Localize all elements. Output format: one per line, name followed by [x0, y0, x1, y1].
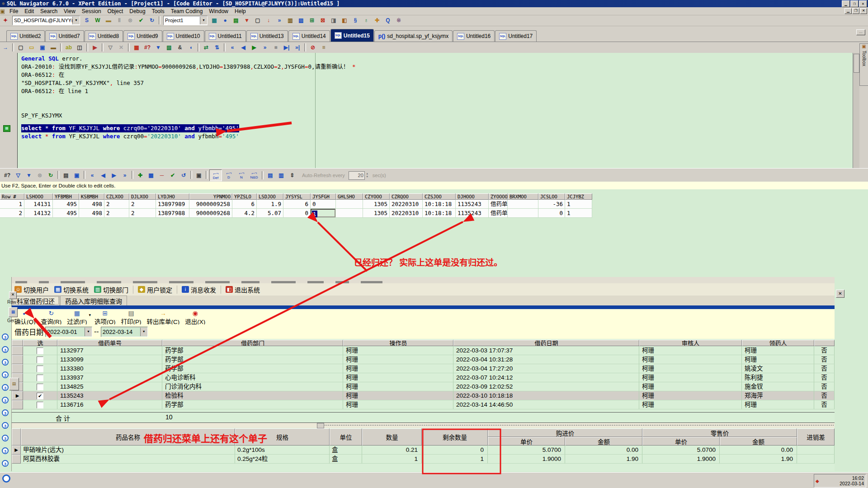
detail-cell[interactable] — [797, 446, 835, 455]
row-checkbox[interactable] — [37, 357, 43, 363]
session-browser-icon[interactable]: ● — [220, 16, 230, 25]
sort-icon[interactable]: ⇅ — [212, 42, 222, 52]
row-checkbox[interactable] — [37, 347, 43, 354]
list-cell-auditor[interactable]: 柯珊 — [639, 382, 742, 391]
list-cell-date[interactable]: 2022-03-04 17:27:20 — [453, 364, 639, 373]
list-cell-op[interactable]: 柯珊 — [343, 364, 453, 373]
project-combobox[interactable]: Project1 ▼ — [163, 16, 208, 25]
list-cell-date[interactable]: 2022-03-10 10:18:18 — [453, 391, 639, 400]
detail-column-header[interactable]: 金额 — [565, 437, 642, 446]
print-grid-icon[interactable]: ▤ — [61, 171, 71, 180]
menu-item-session[interactable]: Session — [79, 8, 104, 15]
tab-untitled13[interactable]: SQLUntitled13 — [246, 30, 288, 42]
mode-button-n[interactable]: ⌐·¬N — [236, 169, 247, 180]
detail-column-header[interactable]: 单位 — [330, 428, 362, 446]
list-column-header[interactable]: 审核人 — [639, 340, 742, 346]
tray-icon[interactable]: ◆ — [814, 479, 819, 483]
table-icon[interactable]: ▨ — [296, 16, 306, 25]
session-badge-icon[interactable]: 3 — [2, 460, 9, 467]
grid-cell[interactable]: 10:18:18 — [423, 209, 456, 218]
list-cell-auditor[interactable]: 柯珊 — [639, 355, 742, 364]
doc-swap-icon[interactable]: ⇄ — [201, 42, 211, 52]
grid-cell[interactable]: 1135243 — [456, 209, 489, 218]
grid-cell[interactable]: 1305 — [363, 209, 390, 218]
quote-icon[interactable]: » — [274, 16, 284, 25]
hospital-tab-borrow-return[interactable]: 科室借药归还 — [12, 296, 60, 305]
panel-grid-icon[interactable]: ▦ — [9, 307, 18, 317]
find-objects-icon[interactable]: ※ — [394, 16, 404, 25]
grid-cell[interactable]: 2 — [104, 209, 129, 218]
menu-item-object[interactable]: Object — [104, 8, 127, 15]
open-file-icon[interactable]: ▭ — [27, 42, 37, 52]
insert-row-icon[interactable]: ✚ — [135, 171, 145, 180]
grid-view-icon[interactable]: ▤ — [265, 171, 275, 180]
filter-down-icon[interactable]: ▽ — [13, 171, 23, 180]
grid-column-header-ypnmoo[interactable]: YPNMOO — [189, 193, 232, 200]
columns-icon[interactable]: ◫ — [75, 42, 85, 52]
scrollbar-thumb[interactable] — [317, 423, 324, 428]
detail-cell[interactable]: 1 — [422, 455, 488, 464]
session-badge-icon[interactable]: 3 — [2, 333, 9, 340]
grid-cell[interactable]: 4.2 — [232, 209, 257, 218]
list-cell-receiver[interactable]: 郑海萍 — [742, 391, 814, 400]
list-cell-checked[interactable] — [23, 400, 57, 409]
filter-button[interactable]: ▦过滤(F) — [67, 310, 87, 326]
edit-grid-icon[interactable]: ▦ — [146, 171, 156, 180]
next-row-icon[interactable]: ▶ — [109, 171, 119, 180]
output-icon[interactable]: ▤ — [231, 16, 241, 25]
list-cell-dept[interactable]: 检验科 — [162, 391, 343, 400]
detail-cell[interactable]: 0 — [422, 446, 488, 455]
list-cell-auditor[interactable]: 柯珊 — [639, 391, 742, 400]
grid-cell[interactable]: 借药单 — [489, 200, 508, 209]
grid-cell[interactable]: 5.07 — [257, 209, 283, 218]
fit-rows-icon[interactable]: ⇕ — [287, 171, 297, 180]
options-button[interactable]: ⊞选项(O) — [94, 310, 116, 326]
grid-cell[interactable]: 495 — [53, 209, 79, 218]
minimize-button[interactable]: ▁ — [842, 0, 850, 7]
list-cell-dept[interactable]: 药学部 — [162, 346, 343, 355]
grid-cell[interactable] — [336, 200, 363, 209]
no-entry-icon[interactable]: ⊘ — [308, 42, 318, 52]
panel-close-icon[interactable]: ✕ — [9, 291, 17, 299]
menu-item-view[interactable]: View — [61, 8, 79, 15]
session-badge-icon[interactable]: 3 — [2, 435, 9, 441]
save-icon[interactable]: ▣ — [38, 42, 47, 52]
grid-cell[interactable]: 0 — [538, 209, 565, 218]
tab-untitled11[interactable]: SQLUntitled11 — [205, 30, 246, 42]
first-row-icon[interactable]: « — [87, 171, 97, 180]
menu-item-search[interactable]: Search — [37, 8, 61, 15]
list-cell-no[interactable]: 1136716 — [57, 400, 162, 409]
grid-cell[interactable]: 9000009268 — [189, 209, 232, 218]
grid-column-header-zyoooo[interactable]: ZYOOOO — [489, 193, 508, 200]
list-cell-op[interactable]: 柯珊 — [343, 382, 453, 391]
list-cell-no[interactable]: 1132977 — [57, 346, 162, 355]
delete-row-icon[interactable]: ─ — [157, 171, 167, 180]
list-cell-checked[interactable] — [23, 364, 57, 373]
session-badge-icon[interactable]: 3 — [2, 409, 9, 416]
mode-button-d[interactable]: ⌐·¬D — [223, 169, 235, 180]
list-cell-no[interactable]: 1133380 — [57, 364, 162, 373]
list-cell-flag[interactable]: 否 — [814, 382, 835, 391]
form-view-icon[interactable]: ▥ — [276, 171, 286, 180]
tab-sd_hospital.sp_yf_ksjymx[interactable]: p()sd_hospital.sp_yf_ksjymx — [374, 30, 453, 42]
grid-cell[interactable]: 14131 — [24, 200, 53, 209]
close-grid-icon[interactable]: ⊠ — [318, 16, 328, 25]
notepad-icon[interactable]: ▢ — [253, 16, 263, 25]
list-column-header[interactable]: 借药部门 — [162, 340, 343, 346]
filter-dropdown-icon[interactable]: ▾ — [89, 313, 91, 317]
tab-untitled8[interactable]: SQLUntitled8 — [85, 30, 123, 42]
grid-cell[interactable]: 1 — [0, 200, 24, 209]
reload-icon[interactable]: ↻ — [147, 16, 157, 25]
date-to-combobox[interactable]: 2022-03-14 ▼ — [101, 327, 148, 337]
anchor-icon[interactable]: ♁ — [361, 16, 371, 25]
close-button[interactable]: ✕ — [859, 0, 867, 7]
grid-column-header-czlxoo[interactable]: CZLXOO — [104, 193, 129, 200]
list-cell-dept[interactable]: 药学部 — [162, 355, 343, 364]
grid-column-header-czrqoo[interactable]: CZRQOO — [390, 193, 423, 200]
list-cell-checked[interactable]: ✔ — [23, 391, 57, 400]
detail-cell[interactable]: 甲硝唑片(远大) — [21, 446, 235, 455]
editor-scrollbar[interactable] — [853, 53, 859, 168]
list-column-header[interactable]: 借药日期 — [453, 340, 639, 346]
grid-cell[interactable]: 借药单 — [489, 209, 508, 218]
tab-untitled17[interactable]: SQLUntitled17 — [495, 30, 537, 42]
